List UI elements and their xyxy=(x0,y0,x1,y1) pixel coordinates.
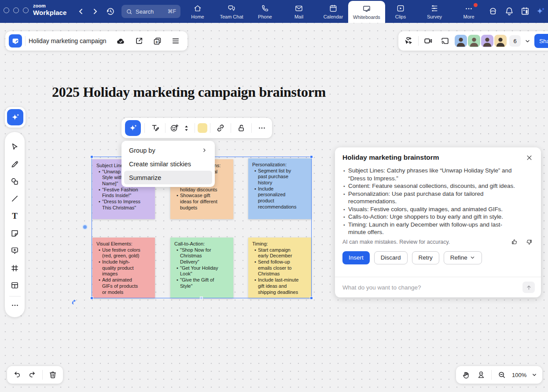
thumbs-down-icon[interactable] xyxy=(525,238,533,246)
rotate-cursor-icon xyxy=(70,299,77,306)
menu-item-create-similar[interactable]: Create similar stickies xyxy=(124,157,212,171)
tab-more[interactable]: More xyxy=(452,0,486,23)
clips-icon xyxy=(396,4,405,13)
refine-button[interactable]: Refine xyxy=(444,251,482,264)
participant-avatars[interactable] xyxy=(455,35,507,47)
select-tool[interactable] xyxy=(8,140,22,154)
sticky-personalization[interactable]: Personalization: Segment list by past pu… xyxy=(248,158,311,219)
invite-collaborators-icon[interactable] xyxy=(401,36,416,46)
text-style-button[interactable] xyxy=(147,121,162,136)
thumbs-up-icon[interactable] xyxy=(510,238,519,246)
board-title-text[interactable]: 2025 Holiday marketing campaign brainsto… xyxy=(52,84,326,100)
tab-mail[interactable]: Mail xyxy=(282,0,316,23)
tab-survey[interactable]: Survey xyxy=(417,0,452,23)
refine-input[interactable]: What do you want to change? xyxy=(335,277,541,297)
discard-button[interactable]: Discard xyxy=(374,251,408,264)
more-tools[interactable] xyxy=(8,299,22,312)
whiteboards-icon xyxy=(362,4,371,13)
tab-team-chat[interactable]: Team Chat xyxy=(214,0,249,23)
table-tool[interactable] xyxy=(8,279,22,292)
link-button[interactable] xyxy=(213,121,228,136)
pen-tool[interactable] xyxy=(8,158,22,171)
more-options-button[interactable] xyxy=(254,121,269,136)
frame-tool[interactable] xyxy=(8,261,22,275)
chevron-down-icon[interactable] xyxy=(523,38,532,44)
send-icon[interactable] xyxy=(522,282,535,293)
comment-tool[interactable] xyxy=(8,244,22,257)
avatar[interactable] xyxy=(481,35,493,47)
meetings-icon[interactable] xyxy=(488,6,498,16)
avatar[interactable] xyxy=(455,35,467,47)
sticky-visual-elements[interactable]: Visual Elements: Use festive colors (red… xyxy=(92,238,155,298)
cast-icon[interactable] xyxy=(438,36,452,46)
text-tool[interactable]: T xyxy=(8,209,22,223)
ai-companion-icon[interactable] xyxy=(535,6,546,17)
tab-clips[interactable]: Clips xyxy=(383,0,418,23)
undo-button[interactable] xyxy=(10,367,25,382)
divider xyxy=(418,36,419,46)
board-name[interactable]: Holiday marketing campaign xyxy=(29,37,110,44)
avatar[interactable] xyxy=(494,35,507,47)
selection-handle[interactable] xyxy=(90,297,93,300)
sort-order-button[interactable] xyxy=(180,121,192,136)
share-button[interactable]: Share xyxy=(534,34,548,48)
notifications-icon[interactable] xyxy=(504,6,515,16)
history-button[interactable] xyxy=(106,7,115,16)
laser-pointer-button[interactable] xyxy=(474,367,489,382)
sticky-call-to-action[interactable]: Call-to-Action: "Shop Now for Christmas … xyxy=(170,238,233,298)
divider xyxy=(491,370,492,380)
calendar-icon xyxy=(329,4,338,13)
minimize-window-button[interactable] xyxy=(13,7,19,13)
divider xyxy=(195,123,195,133)
home-icon xyxy=(193,4,202,13)
back-button[interactable] xyxy=(77,6,85,17)
lock-button[interactable] xyxy=(234,121,249,136)
phone-icon xyxy=(261,4,269,13)
zoom-out-button[interactable] xyxy=(494,367,509,382)
shapes-tool[interactable] xyxy=(8,175,22,188)
camera-icon[interactable] xyxy=(421,36,435,46)
divider xyxy=(9,296,21,297)
zoom-level[interactable]: 100% xyxy=(509,372,529,378)
participant-count[interactable]: 6 xyxy=(509,35,521,47)
selection-handle[interactable] xyxy=(200,297,203,300)
menu-icon[interactable] xyxy=(168,37,183,45)
menu-item-group-by[interactable]: Group by xyxy=(124,143,212,157)
frames-icon[interactable]: 8 xyxy=(150,37,165,46)
search-input[interactable]: Search ⌘F xyxy=(121,5,180,18)
open-in-new-icon[interactable] xyxy=(132,37,147,45)
retry-button[interactable]: Retry xyxy=(412,251,439,264)
sticky-note-tool[interactable] xyxy=(8,227,22,240)
insert-button[interactable]: Insert xyxy=(342,251,370,264)
schedule-icon[interactable] xyxy=(520,6,530,16)
trash-button[interactable] xyxy=(45,367,60,382)
tab-phone[interactable]: Phone xyxy=(248,0,282,23)
divider xyxy=(144,123,145,133)
selection-handle[interactable] xyxy=(90,155,93,158)
hand-tool-button[interactable] xyxy=(459,367,474,382)
input-placeholder: What do you want to change? xyxy=(342,284,421,291)
avatar[interactable] xyxy=(468,35,480,47)
maximize-window-button[interactable] xyxy=(23,7,29,13)
sticky-timing[interactable]: Timing: Start campaign early DecemberSen… xyxy=(248,238,311,298)
tab-home[interactable]: Home xyxy=(180,0,215,23)
close-icon[interactable] xyxy=(525,154,533,162)
selection-handle[interactable] xyxy=(310,155,313,158)
ai-actions-button[interactable] xyxy=(125,120,141,136)
zoom-chevron-button[interactable] xyxy=(529,367,540,382)
close-window-button[interactable] xyxy=(4,7,9,13)
add-reaction-button[interactable] xyxy=(168,121,180,136)
line-tool[interactable] xyxy=(8,192,22,205)
ai-companion-tool-button[interactable] xyxy=(7,109,23,125)
window-controls xyxy=(4,7,29,13)
cloud-saved-icon[interactable] xyxy=(113,37,129,46)
selection-handle[interactable] xyxy=(310,297,313,300)
ai-summary-panel: Holiday marketing brainstorm Subject Lin… xyxy=(335,147,541,297)
forward-button[interactable] xyxy=(92,6,99,17)
color-swatch-button[interactable] xyxy=(198,123,207,133)
menu-item-summarize[interactable]: Summarize xyxy=(124,171,212,184)
tab-whiteboards[interactable]: Whiteboards xyxy=(348,1,385,23)
tab-calendar[interactable]: Calendar xyxy=(316,0,350,23)
redo-button[interactable] xyxy=(25,367,40,382)
panel-title: Holiday marketing brainstorm xyxy=(342,154,439,161)
